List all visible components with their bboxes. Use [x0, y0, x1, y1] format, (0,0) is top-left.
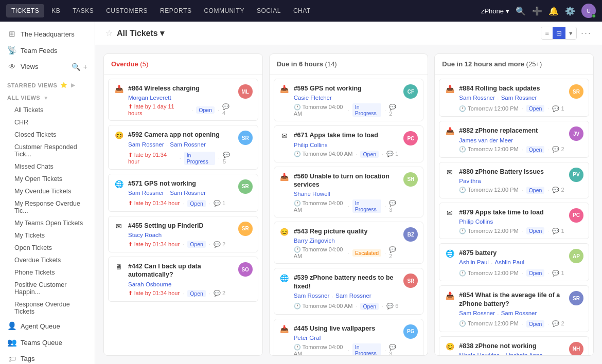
user-avatar[interactable]: U — [581, 4, 596, 18]
ticket-avatar: ML — [238, 84, 253, 99]
card-assignees: Casie Fletcher — [294, 95, 400, 101]
sidebar-view-item[interactable]: My Tickets — [0, 229, 95, 242]
all-views-toggle[interactable]: ▼ — [43, 95, 48, 101]
sidebar-item-views[interactable]: 👁 Views 🔍 + — [0, 59, 95, 75]
nav-community[interactable]: COMMUNITY — [199, 4, 250, 17]
settings-icon[interactable]: ⚙️ — [565, 6, 575, 16]
reply-count: 💬 1 — [214, 200, 225, 207]
assignee-link[interactable]: Ashlin Paul — [495, 259, 525, 267]
sidebar-view-item[interactable]: My Teams Open Tickets — [0, 217, 95, 229]
nav-chat[interactable]: CHAT — [288, 4, 316, 17]
assignee-link[interactable]: Sam Rossner — [128, 141, 164, 149]
sidebar-view-item[interactable]: Response Overdue Tickets — [0, 298, 95, 318]
sidebar-view-item[interactable]: Open Tickets — [0, 242, 95, 254]
assignee-link[interactable]: Sam Rossner — [128, 190, 164, 197]
assignee-link[interactable]: Sam Rossner — [501, 310, 537, 318]
assignee-link[interactable]: Stacy Roach — [128, 232, 162, 238]
content-header: ☆ All Tickets ▾ ≡ ⊞ ▾ ··· — [95, 22, 602, 45]
ticket-card[interactable]: 😊 #838 zPhone not working Nicole Hawkins… — [439, 336, 589, 355]
assignee-link[interactable]: Sam Rossner — [501, 95, 537, 102]
ticket-card[interactable]: ✉ #455 Setting up FinderID Stacy Roach ⬆… — [108, 216, 258, 252]
nav-kb[interactable]: KB — [46, 4, 65, 17]
assignee-link[interactable]: Shane Howell — [294, 191, 330, 197]
due-time: 🕐 Tomorrow 04:00 AM — [294, 151, 353, 157]
assignee-link[interactable]: Casie Fletcher — [294, 95, 332, 101]
sidebar-view-item[interactable]: Overdue Tickets — [0, 254, 95, 266]
sidebar-view-item[interactable]: Positive Customer Happin... — [0, 279, 95, 298]
page-title[interactable]: All Tickets ▾ — [117, 28, 164, 38]
sidebar-view-item[interactable]: My Overdue Tickets — [0, 185, 95, 197]
card-info: #884 Rolling back updates Sam Rossner · … — [459, 84, 565, 112]
assignee-link[interactable]: Morgan Leverett — [128, 95, 171, 101]
sidebar-view-item[interactable]: Customer Responded Tick... — [0, 141, 95, 160]
assignee-link[interactable]: Peter Graf — [294, 335, 321, 341]
ticket-card[interactable]: 🌐 #571 GPS not working Sam Rossner · Sam… — [108, 174, 258, 212]
search-views-button[interactable]: 🔍 — [72, 63, 80, 71]
brand-name[interactable]: zPhone ▾ — [481, 7, 509, 15]
ticket-card[interactable]: 🖥 #442 Can I back up data automatically?… — [108, 257, 258, 302]
assignee-link[interactable]: Sam Rossner — [294, 293, 330, 300]
nav-tickets[interactable]: TICKETS — [6, 4, 44, 17]
list-view-button[interactable]: ≡ — [541, 27, 553, 39]
assignee-link[interactable]: Sam Rossner — [170, 190, 206, 197]
ticket-card[interactable]: 📥 #864 Wireless charging Morgan Leverett… — [108, 79, 258, 121]
sidebar-item-teams-queue[interactable]: 👥 Teams Queue — [0, 334, 95, 351]
assignee-link[interactable]: Philip Collins — [294, 142, 328, 148]
assignee-link[interactable]: James van der Meer — [459, 137, 513, 143]
ticket-card[interactable]: ✉ #671 Apps take time to load Philip Col… — [274, 125, 424, 162]
assignee-link[interactable]: Sam Rossner — [170, 141, 206, 149]
ticket-card[interactable]: 😊 #543 Reg picture quality Barry Zingovi… — [274, 222, 424, 264]
starred-toggle[interactable]: ▶ — [71, 82, 76, 88]
sidebar-view-item[interactable]: Phone Tickets — [0, 266, 95, 279]
starred-views-header: STARRED VIEWS ⭐ ▶ — [0, 79, 95, 92]
assignee-link[interactable]: Barry Zingovich — [294, 238, 335, 244]
nav-social[interactable]: SOCIAL — [252, 4, 286, 17]
view-options-button[interactable]: ▾ — [565, 27, 576, 39]
ticket-card[interactable]: 📥 #595 GPS not working Casie Fletcher 🕐 … — [274, 79, 424, 121]
sidebar-view-item[interactable]: All Tickets — [0, 104, 95, 116]
favorite-star-icon[interactable]: ☆ — [105, 28, 113, 38]
assignee-link[interactable]: Philip Collins — [459, 219, 493, 225]
ticket-card[interactable]: 📥 #882 zPhone replacement James van der … — [439, 121, 589, 157]
ticket-card[interactable]: 📥 #854 What is the average life of a zPh… — [439, 285, 589, 332]
nav-customers[interactable]: CUSTOMERS — [101, 4, 153, 17]
nav-reports[interactable]: REPORTS — [155, 4, 197, 17]
ticket-card[interactable]: 🌐 #539 zPhone battery needs to be fixed!… — [274, 268, 424, 315]
sidebar-item-tags[interactable]: 🏷 Tags — [0, 351, 95, 364]
ticket-card[interactable]: 📥 #445 Using live wallpapers Peter Graf … — [274, 319, 424, 355]
plus-icon[interactable]: ➕ — [532, 6, 542, 16]
assignee-link[interactable]: Sam Rossner — [459, 95, 495, 102]
assignee-link[interactable]: Sam Rossner — [459, 310, 495, 318]
more-options-button[interactable]: ··· — [581, 28, 592, 39]
sidebar-view-item[interactable]: My Response Overdue Tic... — [0, 197, 95, 217]
search-icon[interactable]: 🔍 — [516, 6, 526, 16]
sidebar-view-item[interactable]: My Open Tickets — [0, 173, 95, 185]
nav-tasks[interactable]: TASKS — [67, 4, 99, 17]
add-view-button[interactable]: + — [83, 63, 87, 71]
column-header: Due in 6 hours (14) — [270, 54, 428, 75]
ticket-card[interactable]: 📥 #884 Rolling back updates Sam Rossner … — [439, 79, 589, 117]
ticket-card[interactable]: ✉ #879 Apps take time to load Philip Col… — [439, 203, 589, 239]
sidebar-view-item[interactable]: Missed Chats — [0, 160, 95, 173]
ticket-card[interactable]: 📥 #560 Unable to turn on location servic… — [274, 167, 424, 218]
ticket-type-icon: 😊 — [445, 342, 455, 351]
sidebar-item-headquarters[interactable]: ⊞ The Headquarters — [0, 26, 95, 42]
ticket-card[interactable]: 🌐 #875 battery Ashlin Paul · Ashlin Paul… — [439, 243, 589, 281]
assignee-link[interactable]: Pavithra — [459, 178, 481, 184]
sidebar-view-item[interactable]: CHR — [0, 116, 95, 129]
assignee-link[interactable]: Nicole Hawkins — [459, 352, 500, 355]
assignee-link[interactable]: Linchpin Apps — [506, 352, 543, 355]
assignee-link[interactable]: Sam Rossner — [335, 293, 371, 300]
notification-icon[interactable]: 🔔 — [548, 6, 559, 16]
sidebar-item-agent-queue[interactable]: 👤 Agent Queue — [0, 318, 95, 334]
ticket-card[interactable]: 😊 #592 Camera app not opening Sam Rossne… — [108, 125, 258, 169]
assignee-link[interactable]: Ashlin Paul — [459, 259, 489, 267]
card-info: #592 Camera app not opening Sam Rossner … — [128, 131, 234, 165]
sidebar-view-item[interactable]: Closed Tickets — [0, 129, 95, 141]
ticket-card[interactable]: ✉ #880 zPhone Battery Issues Pavithra 🕐 … — [439, 162, 589, 198]
kanban-view-button[interactable]: ⊞ — [553, 27, 565, 39]
assignee-link[interactable]: Sarah Osbourne — [128, 281, 171, 287]
ticket-avatar: PC — [403, 131, 418, 145]
sidebar-item-team-feeds[interactable]: 📡 Team Feeds — [0, 42, 95, 59]
ticket-title: #854 What is the average life of a zPhon… — [459, 291, 565, 308]
